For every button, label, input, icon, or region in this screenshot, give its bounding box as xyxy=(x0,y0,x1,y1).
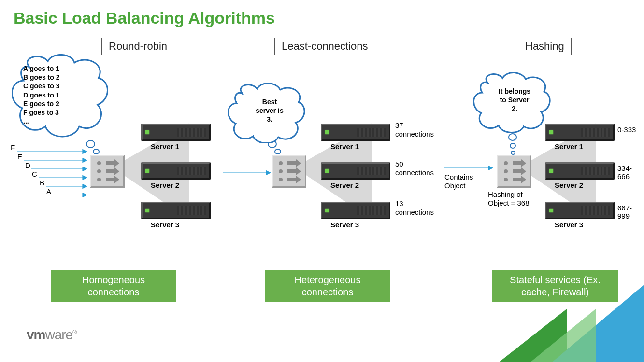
cloud-text-lc: Best server is 3. xyxy=(250,97,289,124)
server-lc-2-label: Server 2 xyxy=(330,181,359,189)
server-lc-2 xyxy=(321,162,390,180)
server-rr-2-label: Server 2 xyxy=(151,181,179,189)
vmware-logo: vmware® xyxy=(27,327,76,343)
server-hs-3-range: 667-999 xyxy=(617,204,644,220)
svg-point-12 xyxy=(279,169,283,173)
req-f: F xyxy=(11,143,15,152)
server-rr-1 xyxy=(141,124,211,141)
req-d: D xyxy=(25,161,30,169)
corner-decor xyxy=(441,265,644,362)
svg-point-18 xyxy=(504,178,508,181)
badge-rr: Homogeneous connections xyxy=(51,270,176,302)
server-lc-1-meta1: 37 xyxy=(395,121,403,129)
svg-point-2 xyxy=(97,169,101,173)
server-rr-3 xyxy=(141,202,211,219)
server-rr-2 xyxy=(141,162,211,180)
server-hs-2-label: Server 2 xyxy=(555,181,583,189)
server-lc-1 xyxy=(321,124,390,141)
server-lc-3 xyxy=(321,202,390,219)
request-arrow-lc xyxy=(222,168,275,178)
server-hs-1-range: 0-333 xyxy=(617,125,636,134)
req-b: B xyxy=(40,179,44,187)
server-lc-3-meta1: 13 xyxy=(395,199,403,208)
req-e: E xyxy=(17,153,22,161)
svg-point-11 xyxy=(279,161,283,165)
load-balancer-hs xyxy=(497,155,531,188)
server-lc-3-label: Server 3 xyxy=(330,221,359,229)
server-lc-1-label: Server 1 xyxy=(330,142,359,151)
svg-point-3 xyxy=(97,178,101,181)
server-hs-1-label: Server 1 xyxy=(555,142,583,151)
req-contains: Contains xyxy=(444,173,473,181)
cloud-text-rr: A goes to 1 B goes to 2 C goes to 3 D go… xyxy=(23,64,59,125)
col-label-hashing: Hashing xyxy=(518,38,572,55)
server-hs-3-label: Server 3 xyxy=(555,221,583,229)
server-hs-2-range: 334-666 xyxy=(617,164,644,181)
svg-point-13 xyxy=(279,178,283,181)
load-balancer-rr xyxy=(90,155,125,188)
server-lc-2-meta2: connections xyxy=(395,168,434,177)
svg-point-16 xyxy=(504,161,508,165)
server-hs-1 xyxy=(545,124,615,141)
hash-label1: Hashing of xyxy=(488,190,523,198)
hash-label2: Object = 368 xyxy=(488,199,529,207)
col-label-least-connections: Least-connections xyxy=(274,38,375,55)
svg-point-17 xyxy=(504,169,508,173)
load-balancer-lc xyxy=(272,155,306,188)
server-rr-3-label: Server 3 xyxy=(151,221,179,229)
server-hs-2 xyxy=(545,162,615,180)
req-a: A xyxy=(46,187,51,195)
cloud-text-hs: It belongs to Server 2. xyxy=(493,87,536,113)
server-lc-2-meta1: 50 xyxy=(395,160,403,168)
col-label-round-robin: Round-robin xyxy=(101,38,174,55)
server-hs-3 xyxy=(545,202,615,219)
badge-lc: Heterogeneous connections xyxy=(265,270,390,302)
req-object: Object xyxy=(444,181,465,190)
svg-point-1 xyxy=(97,161,101,165)
server-lc-1-meta2: connections xyxy=(395,130,434,138)
server-rr-1-label: Server 1 xyxy=(151,142,179,151)
req-c: C xyxy=(32,170,37,178)
page-title: Basic Load Balancing Algorithms xyxy=(14,9,275,28)
server-lc-3-meta2: connections xyxy=(395,208,434,216)
request-arrow-hs xyxy=(444,163,497,173)
